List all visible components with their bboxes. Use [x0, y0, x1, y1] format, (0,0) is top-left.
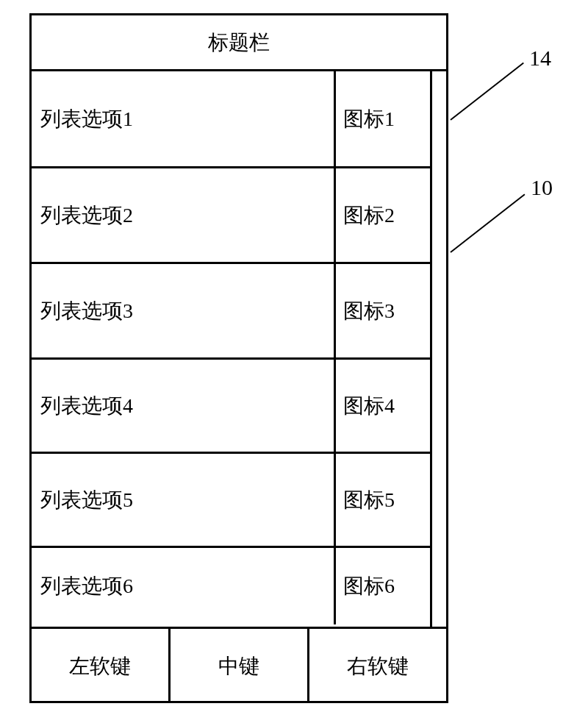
titlebar-text: 标题栏 [208, 29, 270, 57]
list-item-icon: 图标6 [336, 548, 430, 624]
list-item-icon: 图标5 [336, 454, 430, 546]
left-softkey[interactable]: 左软键 [32, 629, 168, 703]
titlebar: 标题栏 [32, 15, 446, 71]
list-item[interactable]: 列表选项3 图标3 [32, 264, 430, 360]
annotation-10: 10 [531, 175, 553, 200]
left-softkey-label: 左软键 [69, 652, 131, 680]
list-item[interactable]: 列表选项5 图标5 [32, 454, 430, 548]
list-item-icon: 图标4 [336, 360, 430, 452]
middle-key[interactable]: 中键 [168, 629, 307, 703]
list-item-label: 列表选项6 [32, 548, 336, 624]
list-item-label: 列表选项2 [32, 168, 336, 262]
list-item[interactable]: 列表选项6 图标6 [32, 548, 430, 624]
list-item-icon: 图标1 [336, 71, 430, 166]
list-item-icon: 图标3 [336, 264, 430, 357]
phone-frame: 标题栏 列表选项1 图标1 列表选项2 图标2 列表选项3 图标3 列表选项4 … [29, 13, 448, 703]
scrollbar[interactable] [430, 71, 446, 627]
annotation-10-leader [450, 193, 525, 252]
list-item-label: 列表选项1 [32, 71, 336, 166]
list-item-icon: 图标2 [336, 168, 430, 262]
list-item[interactable]: 列表选项1 图标1 [32, 71, 430, 168]
list-item[interactable]: 列表选项4 图标4 [32, 360, 430, 454]
annotation-14-leader [450, 63, 524, 121]
list-item-label: 列表选项3 [32, 264, 336, 357]
annotation-14: 14 [529, 46, 551, 71]
right-softkey[interactable]: 右软键 [307, 629, 446, 703]
softkey-bar: 左软键 中键 右软键 [32, 627, 446, 703]
list-item[interactable]: 列表选项2 图标2 [32, 168, 430, 264]
list-area: 列表选项1 图标1 列表选项2 图标2 列表选项3 图标3 列表选项4 图标4 … [32, 71, 446, 627]
list-item-label: 列表选项5 [32, 454, 336, 546]
list-item-label: 列表选项4 [32, 360, 336, 452]
right-softkey-label: 右软键 [347, 652, 409, 680]
middle-key-label: 中键 [218, 652, 259, 680]
